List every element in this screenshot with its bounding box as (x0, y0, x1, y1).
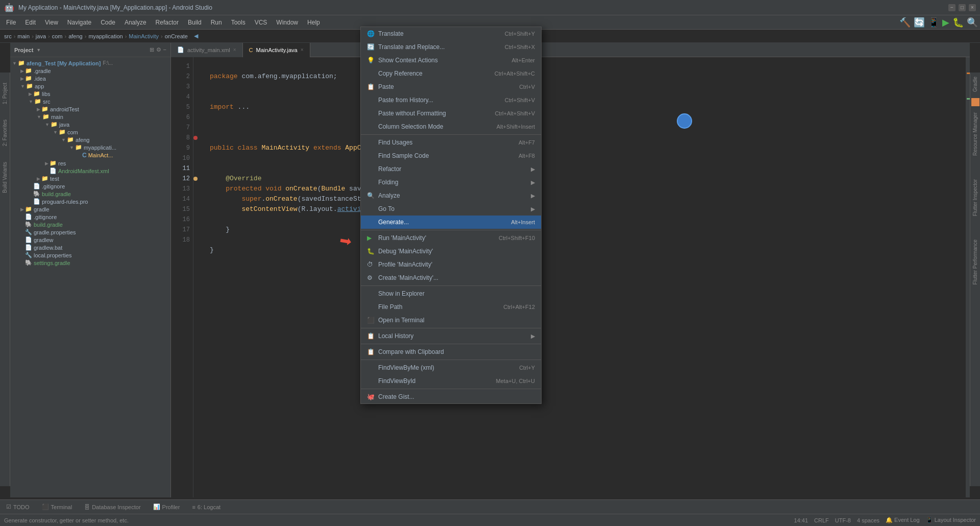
minimize-button[interactable]: − (948, 4, 955, 11)
tree-item-res[interactable]: ▶ 📁 res (10, 159, 170, 167)
ctx-profile[interactable]: ⏱ Profile 'MainActivity' (361, 258, 541, 271)
tree-item-gitignore-root[interactable]: ▶ 📄 .gitignore (10, 213, 170, 221)
ctx-find-sample[interactable]: Find Sample Code Alt+F8 (361, 149, 541, 162)
ctx-create-gist[interactable]: 🐙 Create Gist... (361, 390, 541, 403)
tree-item-androidmanifest[interactable]: ▶ 📄 AndroidManifest.xml (10, 167, 170, 175)
tree-item-gradle[interactable]: ▶ 📁 gradle (10, 205, 170, 213)
menu-view[interactable]: View (41, 17, 62, 28)
menu-refactor[interactable]: Refactor (152, 17, 183, 28)
tab-xml-close[interactable]: × (233, 47, 236, 53)
statusbar-charset[interactable]: UTF-8 (835, 517, 851, 523)
ctx-goto[interactable]: Go To ▶ (361, 202, 541, 216)
menu-help[interactable]: Help (303, 17, 324, 28)
bottom-tab-profiler[interactable]: 📊 Profiler (151, 503, 182, 511)
sidebar-collapse-icon[interactable]: − (163, 46, 166, 53)
menu-build[interactable]: Build (184, 17, 206, 28)
ctx-paste-history[interactable]: Paste from History... Ctrl+Shift+V (361, 93, 541, 107)
left-label-favorites[interactable]: 2: Favorites (2, 119, 8, 146)
ctx-run[interactable]: ▶ Run 'MainActivity' Ctrl+Shift+F10 (361, 231, 541, 245)
tree-expand-src[interactable]: ▼ (29, 99, 33, 104)
ctx-analyze[interactable]: 🔍 Analyze ▶ (361, 189, 541, 202)
tab-activity-main-xml[interactable]: 📄 activity_main.xml × (171, 43, 243, 57)
ctx-translate-replace[interactable]: 🔄 Translate and Replace... Ctrl+Shift+X (361, 40, 541, 54)
left-label-build-variants[interactable]: Build Variants (2, 162, 8, 193)
ctx-find-usages[interactable]: Find Usages Alt+F7 (361, 136, 541, 149)
tree-item-settingsgradle[interactable]: ▶ 🐘 settings.gradle (10, 259, 170, 267)
statusbar-position[interactable]: 14:41 (794, 517, 808, 523)
toolbar-debug-icon[interactable]: 🐛 (952, 17, 964, 28)
breadcrumb-nav-icon[interactable]: ◀ (194, 33, 198, 39)
bottom-tab-terminal[interactable]: ⬛ Terminal (40, 503, 75, 511)
breadcrumb-src[interactable]: src (4, 33, 12, 39)
statusbar-layout-inspector[interactable]: 📱 Layout Inspector (926, 517, 976, 523)
breadcrumb-mainactivity[interactable]: MainActivity (129, 33, 159, 39)
tree-item-gradlewbat[interactable]: ▶ 📄 gradlew.bat (10, 244, 170, 251)
menu-file[interactable]: File (2, 17, 20, 28)
tree-item-mainactivity[interactable]: ▶ C MainAct... (10, 151, 170, 159)
menu-navigate[interactable]: Navigate (63, 17, 95, 28)
tree-expand-main[interactable]: ▼ (37, 114, 41, 119)
right-label-resource-manager[interactable]: Resource Manager (971, 108, 979, 160)
editor-scrollbar[interactable] (966, 57, 970, 497)
tree-expand-afeng[interactable]: ▼ (61, 137, 66, 142)
ctx-findviewbyme[interactable]: FindViewByMe (xml) Ctrl+Y (361, 361, 541, 374)
tree-expand-app[interactable]: ▼ (20, 84, 25, 89)
tree-expand-myapplication[interactable]: ▼ (69, 145, 74, 150)
tree-item-idea[interactable]: ▶ 📁 .idea (10, 75, 170, 82)
toolbar-avd-icon[interactable]: 📱 (928, 17, 939, 28)
menu-code[interactable]: Code (96, 17, 119, 28)
ctx-context-actions[interactable]: 💡 Show Context Actions Alt+Enter (361, 54, 541, 67)
ctx-refactor[interactable]: Refactor ▶ (361, 162, 541, 176)
tree-item-libs[interactable]: ▶ 📁 libs (10, 90, 170, 98)
tree-expand-root[interactable]: ▼ (12, 61, 17, 66)
breadcrumb-com[interactable]: com (52, 33, 63, 39)
tree-item-gradlew[interactable]: ▶ 📄 gradlew (10, 236, 170, 244)
left-label-project[interactable]: 1: Project (2, 83, 8, 104)
menu-window[interactable]: Window (272, 17, 302, 28)
bottom-tab-logcat[interactable]: ≡ 6: Logcat (190, 503, 223, 511)
sidebar-layout-icon[interactable]: ⊞ (150, 46, 154, 53)
breadcrumb-afeng[interactable]: afeng (68, 33, 83, 39)
tree-expand-test[interactable]: ▶ (37, 176, 40, 181)
statusbar-event-log[interactable]: 🔔 Event Log (886, 517, 920, 523)
tree-expand-libs[interactable]: ▶ (29, 91, 32, 97)
ctx-local-history[interactable]: 📋 Local History ▶ (361, 329, 541, 343)
tree-expand-androidtest[interactable]: ▶ (37, 107, 40, 112)
tree-item-afeng[interactable]: ▼ 📁 afeng (10, 136, 170, 144)
breadcrumb-java[interactable]: java (36, 33, 46, 39)
sidebar-dropdown-icon[interactable]: ▼ (36, 47, 41, 53)
ctx-findviewbyid[interactable]: FindViewById Meta+U, Ctrl+U (361, 374, 541, 388)
ctx-folding[interactable]: Folding ▶ (361, 176, 541, 189)
toolbar-run-icon[interactable]: ▶ (942, 17, 949, 28)
tree-item-main[interactable]: ▼ 📁 main (10, 113, 170, 121)
breadcrumb-oncreate[interactable]: onCreate (165, 33, 188, 39)
ctx-paste[interactable]: 📋 Paste Ctrl+V (361, 80, 541, 93)
ctx-copy-reference[interactable]: Copy Reference Ctrl+Alt+Shift+C (361, 67, 541, 80)
bottom-tab-db-inspector[interactable]: 🗄 Database Inspector (82, 503, 142, 511)
breadcrumb-main[interactable]: main (17, 33, 30, 39)
tree-expand-gradle-h[interactable]: ▶ (20, 68, 24, 74)
tree-item-root[interactable]: ▼ 📁 afeng_Test [My Application] F:\... (10, 59, 170, 67)
maximize-button[interactable]: □ (959, 4, 966, 11)
menu-edit[interactable]: Edit (21, 17, 40, 28)
ctx-generate[interactable]: Generate... Alt+Insert (361, 216, 541, 229)
right-label-flutter-inspector[interactable]: Flutter Inspector (971, 175, 979, 220)
tree-item-androidtest[interactable]: ▶ 📁 androidTest (10, 105, 170, 113)
tree-item-proguard[interactable]: ▶ 📄 proguard-rules.pro (10, 198, 170, 205)
tree-item-gitignore-app[interactable]: ▶ 📄 .gitignore (10, 182, 170, 190)
tree-item-myapplication[interactable]: ▼ 📁 myapplicati... (10, 144, 170, 151)
ctx-translate[interactable]: 🌐 Translate Ctrl+Shift+Y (361, 27, 541, 40)
bottom-tab-todo[interactable]: ☑ TODO (4, 503, 32, 511)
tree-expand-com[interactable]: ▼ (53, 130, 58, 135)
statusbar-indent[interactable]: 4 spaces (857, 517, 879, 523)
ctx-create[interactable]: ⚙ Create 'MainActivity'... (361, 271, 541, 284)
breadcrumb-myapplication[interactable]: myapplication (88, 33, 122, 39)
toolbar-search-icon[interactable]: 🔍 (967, 17, 978, 28)
ctx-compare-clipboard[interactable]: 📋 Compare with Clipboard (361, 345, 541, 358)
tree-item-src[interactable]: ▼ 📁 src (10, 98, 170, 105)
tree-item-com[interactable]: ▼ 📁 com (10, 128, 170, 136)
menu-analyze[interactable]: Analyze (120, 17, 151, 28)
right-label-gradle[interactable]: Gradle (971, 73, 979, 96)
tree-expand-res[interactable]: ▶ (45, 161, 48, 166)
tree-item-buildgradle-app[interactable]: ▶ 🐘 build.gradle (10, 190, 170, 198)
